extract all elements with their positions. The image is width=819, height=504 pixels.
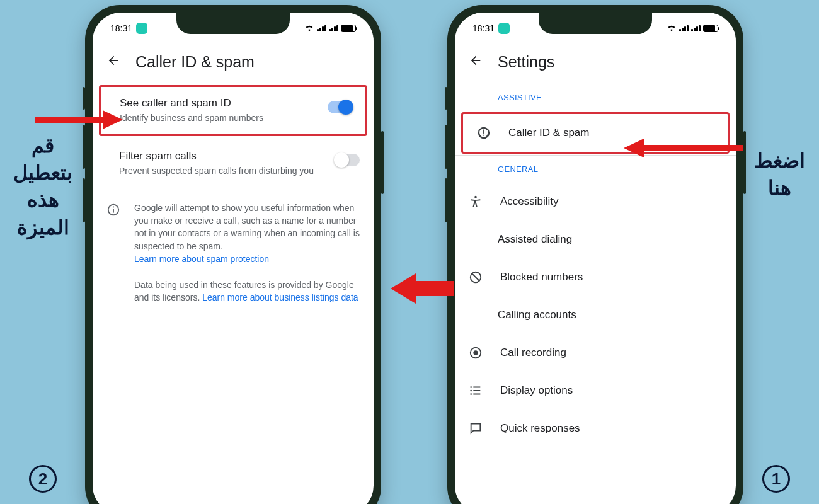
phone-frame-step-2: 18:31 Caller ID & spam See [85, 5, 381, 504]
setting-see-caller-spam-id[interactable]: See caller and spam ID Identify business… [101, 87, 365, 134]
svg-rect-1 [113, 209, 114, 212]
signal-icon [679, 25, 689, 32]
settings-row-call-recording[interactable]: Call recording [455, 334, 736, 372]
message-icon [467, 421, 484, 435]
setting-description: Identify business and spam numbers [120, 112, 319, 124]
info-paragraph: Google will attempt to show you useful i… [134, 203, 360, 251]
side-button [83, 87, 85, 110]
svg-point-6 [474, 196, 477, 198]
alert-circle-icon [476, 126, 492, 140]
row-label: Call recording [500, 346, 566, 359]
svg-point-11 [470, 386, 472, 388]
step-badge-1: 1 [762, 465, 790, 493]
settings-row-assisted-dialing[interactable]: Assisted dialing [455, 220, 736, 258]
arrow-left-icon [624, 135, 743, 161]
side-button [445, 87, 447, 110]
content-area: See caller and spam ID Identify business… [93, 84, 374, 504]
status-time: 18:31 [110, 23, 132, 33]
side-button [381, 131, 384, 194]
annotation-press-here: اضغط هنا [745, 147, 814, 202]
settings-row-blocked-numbers[interactable]: Blocked numbers [455, 258, 736, 296]
toggle-off-icon[interactable] [335, 154, 360, 166]
list-icon [467, 384, 484, 398]
row-label: Display options [500, 384, 573, 397]
setting-filter-spam-calls[interactable]: Filter spam calls Prevent suspected spam… [93, 137, 374, 190]
svg-point-12 [470, 390, 472, 392]
settings-row-display-options[interactable]: Display options [455, 372, 736, 410]
status-app-badge [498, 23, 510, 34]
svg-marker-15 [103, 110, 123, 129]
phone-notch [176, 13, 290, 34]
battery-icon [703, 25, 718, 32]
svg-rect-2 [113, 206, 114, 207]
info-text: Google will attempt to show you useful i… [134, 202, 360, 304]
row-label: Calling accounts [498, 309, 576, 321]
learn-more-listings-link[interactable]: Learn more about business listings data [202, 292, 358, 302]
wifi-icon [304, 23, 314, 33]
row-label: Quick responses [500, 422, 580, 435]
phone-frame-step-1: 18:31 Settings ASSISTIVE [447, 5, 743, 504]
screen: 18:31 Caller ID & spam See [93, 13, 374, 504]
block-icon [467, 270, 484, 284]
svg-rect-4 [483, 130, 484, 134]
svg-rect-5 [483, 135, 484, 136]
setting-title: Filter spam calls [119, 150, 326, 163]
page-title: Settings [498, 53, 554, 71]
learn-more-spam-link[interactable]: Learn more about spam protection [134, 254, 269, 264]
svg-marker-16 [391, 273, 454, 304]
signal-icon [317, 25, 326, 32]
info-block: Google will attempt to show you useful i… [93, 190, 374, 315]
row-label: Blocked numbers [500, 271, 583, 284]
row-label: Assisted dialing [498, 233, 572, 246]
setting-title: See caller and spam ID [120, 97, 319, 110]
app-bar: Caller ID & spam [93, 38, 374, 84]
status-time: 18:31 [472, 23, 495, 33]
svg-marker-17 [624, 139, 644, 158]
svg-point-10 [473, 350, 478, 355]
app-bar: Settings [455, 38, 736, 84]
signal-icon [691, 25, 701, 32]
battery-icon [341, 25, 356, 32]
side-button [445, 125, 447, 169]
toggle-on-icon[interactable] [328, 101, 353, 113]
svg-point-13 [470, 393, 472, 395]
settings-row-quick-responses[interactable]: Quick responses [455, 410, 736, 447]
accessibility-icon [467, 195, 484, 209]
annotation-disable-feature: قم بتعطيل هذه الميزة [5, 132, 81, 241]
wifi-icon [667, 23, 677, 33]
row-label: Caller ID & spam [508, 127, 589, 139]
screen: 18:31 Settings ASSISTIVE [455, 13, 736, 504]
status-app-badge [136, 23, 147, 34]
back-button[interactable] [469, 54, 483, 71]
settings-row-accessibility[interactable]: Accessibility [455, 183, 736, 220]
signal-icon [329, 25, 338, 32]
side-button [445, 178, 447, 222]
step-badge-2: 2 [29, 465, 57, 493]
info-icon [106, 202, 122, 304]
record-icon [467, 346, 484, 360]
section-assistive-label: ASSISTIVE [455, 84, 736, 111]
highlight-see-caller: See caller and spam ID Identify business… [99, 85, 367, 136]
row-label: Accessibility [500, 195, 559, 208]
back-button[interactable] [106, 54, 120, 71]
phone-notch [539, 13, 652, 34]
svg-line-8 [472, 274, 479, 281]
side-button [83, 178, 85, 222]
setting-description: Prevent suspected spam calls from distur… [119, 165, 326, 177]
arrow-right-icon [35, 107, 123, 132]
settings-row-calling-accounts[interactable]: Calling accounts [455, 296, 736, 334]
arrow-left-thick-icon [391, 271, 454, 306]
page-title: Caller ID & spam [135, 53, 255, 71]
